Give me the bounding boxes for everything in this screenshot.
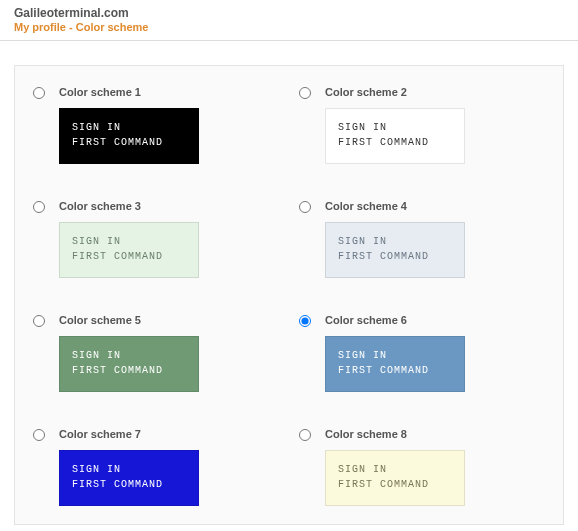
scheme-label: Color scheme 7 xyxy=(59,428,289,440)
scheme-swatch-6: SIGN IN FIRST COMMAND xyxy=(325,336,465,392)
scheme-radio-1[interactable] xyxy=(33,87,45,99)
scheme-label: Color scheme 1 xyxy=(59,86,289,98)
sample-line-2: FIRST COMMAND xyxy=(338,477,452,492)
sample-line-1: SIGN IN xyxy=(338,234,452,249)
scheme-radio-5[interactable] xyxy=(33,315,45,327)
scheme-label: Color scheme 6 xyxy=(325,314,555,326)
scheme-option-8: Color scheme 8 SIGN IN FIRST COMMAND xyxy=(289,428,555,506)
scheme-label: Color scheme 3 xyxy=(59,200,289,212)
scheme-swatch-4: SIGN IN FIRST COMMAND xyxy=(325,222,465,278)
scheme-label: Color scheme 4 xyxy=(325,200,555,212)
scheme-option-6: Color scheme 6 SIGN IN FIRST COMMAND xyxy=(289,314,555,392)
sample-line-1: SIGN IN xyxy=(72,462,186,477)
color-scheme-panel: Color scheme 1 SIGN IN FIRST COMMAND Col… xyxy=(14,65,564,525)
sample-line-2: FIRST COMMAND xyxy=(72,363,186,378)
scheme-option-1: Color scheme 1 SIGN IN FIRST COMMAND xyxy=(23,86,289,164)
scheme-radio-6[interactable] xyxy=(299,315,311,327)
scheme-radio-3[interactable] xyxy=(33,201,45,213)
sample-line-1: SIGN IN xyxy=(338,348,452,363)
page-subtitle: My profile - Color scheme xyxy=(14,21,564,33)
scheme-swatch-8: SIGN IN FIRST COMMAND xyxy=(325,450,465,506)
scheme-radio-8[interactable] xyxy=(299,429,311,441)
scheme-option-7: Color scheme 7 SIGN IN FIRST COMMAND xyxy=(23,428,289,506)
sample-line-2: FIRST COMMAND xyxy=(72,135,186,150)
scheme-swatch-7: SIGN IN FIRST COMMAND xyxy=(59,450,199,506)
sample-line-1: SIGN IN xyxy=(72,234,186,249)
scheme-grid: Color scheme 1 SIGN IN FIRST COMMAND Col… xyxy=(23,86,555,506)
scheme-label: Color scheme 8 xyxy=(325,428,555,440)
sample-line-2: FIRST COMMAND xyxy=(338,135,452,150)
scheme-label: Color scheme 2 xyxy=(325,86,555,98)
scheme-radio-2[interactable] xyxy=(299,87,311,99)
sample-line-1: SIGN IN xyxy=(72,120,186,135)
sample-line-1: SIGN IN xyxy=(72,348,186,363)
sample-line-2: FIRST COMMAND xyxy=(338,363,452,378)
scheme-radio-7[interactable] xyxy=(33,429,45,441)
sample-line-1: SIGN IN xyxy=(338,120,452,135)
scheme-option-2: Color scheme 2 SIGN IN FIRST COMMAND xyxy=(289,86,555,164)
sample-line-2: FIRST COMMAND xyxy=(72,477,186,492)
scheme-swatch-3: SIGN IN FIRST COMMAND xyxy=(59,222,199,278)
scheme-swatch-5: SIGN IN FIRST COMMAND xyxy=(59,336,199,392)
scheme-swatch-2: SIGN IN FIRST COMMAND xyxy=(325,108,465,164)
header-divider xyxy=(0,40,578,41)
scheme-label: Color scheme 5 xyxy=(59,314,289,326)
sample-line-1: SIGN IN xyxy=(338,462,452,477)
scheme-swatch-1: SIGN IN FIRST COMMAND xyxy=(59,108,199,164)
page-header: Galileoterminal.com My profile - Color s… xyxy=(0,0,578,37)
sample-line-2: FIRST COMMAND xyxy=(72,249,186,264)
site-title: Galileoterminal.com xyxy=(14,6,564,20)
scheme-option-5: Color scheme 5 SIGN IN FIRST COMMAND xyxy=(23,314,289,392)
sample-line-2: FIRST COMMAND xyxy=(338,249,452,264)
scheme-option-3: Color scheme 3 SIGN IN FIRST COMMAND xyxy=(23,200,289,278)
scheme-option-4: Color scheme 4 SIGN IN FIRST COMMAND xyxy=(289,200,555,278)
scheme-radio-4[interactable] xyxy=(299,201,311,213)
